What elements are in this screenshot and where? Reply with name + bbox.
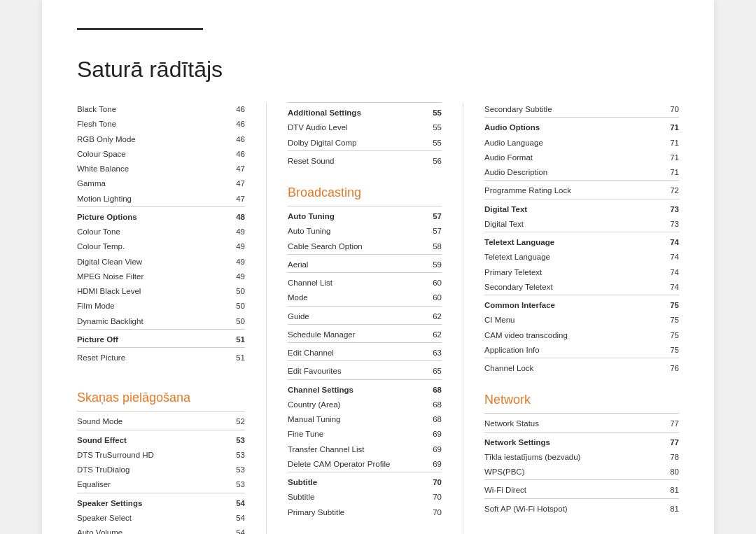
table-row: Equaliser53 bbox=[77, 477, 245, 493]
table-row: DTS TruSurround HD53 bbox=[77, 448, 245, 463]
table-row: Digital Text73 bbox=[484, 217, 679, 232]
table-row: Colour Space46 bbox=[77, 147, 245, 162]
table-row: Reset Sound56 bbox=[288, 150, 442, 169]
toc-table-col2: Additional Settings55 DTV Audio Level55 … bbox=[288, 102, 442, 169]
table-row: Audio Format71 bbox=[484, 150, 679, 165]
toc-table-sound: Sound Mode52 Sound Effect53 DTS TruSurro… bbox=[77, 411, 245, 534]
table-row: Motion Lighting47 bbox=[77, 192, 245, 207]
page: Saturā rādītājs Black Tone46 Flesh Tone4… bbox=[42, 0, 714, 534]
table-row: Guide62 bbox=[288, 306, 442, 324]
toc-table-col1: Black Tone46 Flesh Tone46 RGB Only Mode4… bbox=[77, 102, 245, 365]
table-row: Channel List60 bbox=[288, 273, 442, 291]
table-row: MPEG Noise Filter49 bbox=[77, 269, 245, 284]
table-row: WPS(PBC)80 bbox=[484, 465, 679, 480]
table-row: Manual Tuning68 bbox=[288, 412, 442, 427]
table-row: Network Settings77 bbox=[484, 432, 679, 450]
table-row: White Balance47 bbox=[77, 162, 245, 176]
table-row: Digital Text73 bbox=[484, 199, 679, 217]
table-row: HDMI Black Level50 bbox=[77, 284, 245, 299]
table-row: Dynamic Backlight50 bbox=[77, 314, 245, 330]
table-row: Auto Volume54 bbox=[77, 526, 245, 534]
table-row: CI Menu75 bbox=[484, 313, 679, 328]
broadcasting-section: Broadcasting Auto Tuning57 Auto Tuning57… bbox=[288, 185, 442, 520]
table-row: RGB Only Mode46 bbox=[77, 132, 245, 147]
table-row: Schedule Manager62 bbox=[288, 324, 442, 342]
table-row: DTV Audio Level55 bbox=[288, 120, 442, 135]
section-heading-broadcasting: Broadcasting bbox=[288, 185, 442, 200]
table-row: Dolby Digital Comp55 bbox=[288, 136, 442, 151]
table-row: Secondary Teletext74 bbox=[484, 280, 679, 295]
toc-table-network: Network Status77 Network Settings77 Tīkl… bbox=[484, 413, 679, 517]
table-row: Audio Options71 bbox=[484, 118, 679, 136]
sound-section: Skaņas pielāgošana Sound Mode52 Sound Ef… bbox=[77, 391, 245, 534]
table-row: Teletext Language74 bbox=[484, 250, 679, 265]
table-row: DTS TruDialog53 bbox=[77, 463, 245, 477]
table-row: Teletext Language74 bbox=[484, 232, 679, 251]
table-row: Subtitle70 bbox=[288, 472, 442, 491]
section-heading-network: Network bbox=[484, 393, 679, 407]
table-row: Sound Effect53 bbox=[77, 430, 245, 448]
table-row: Picture Options48 bbox=[77, 206, 245, 225]
page-title: Saturā rādītājs bbox=[77, 57, 679, 83]
table-row: Speaker Select54 bbox=[77, 511, 245, 526]
table-row: Soft AP (Wi-Fi Hotspot)81 bbox=[484, 498, 679, 517]
table-row: Black Tone46 bbox=[77, 102, 245, 117]
table-row: Mode60 bbox=[288, 290, 442, 306]
section-heading-sound: Skaņas pielāgošana bbox=[77, 391, 245, 405]
table-row: Cable Search Option58 bbox=[288, 239, 442, 255]
table-row: Edit Favourites65 bbox=[288, 361, 442, 379]
column-1: Black Tone46 Flesh Tone46 RGB Only Mode4… bbox=[77, 102, 259, 534]
table-row: Colour Tone49 bbox=[77, 225, 245, 239]
table-row: Speaker Settings54 bbox=[77, 493, 245, 511]
table-row: Country (Area)68 bbox=[288, 398, 442, 412]
table-row: Wi-Fi Direct81 bbox=[484, 480, 679, 498]
col-divider-2 bbox=[463, 102, 463, 534]
table-row: Programme Rating Lock72 bbox=[484, 181, 679, 199]
table-row: Transfer Channel List69 bbox=[288, 442, 442, 457]
table-row: Audio Description71 bbox=[484, 165, 679, 181]
table-row: Channel Settings68 bbox=[288, 379, 442, 398]
table-row: Fine Tune69 bbox=[288, 427, 442, 442]
toc-table-col3: Secondary Subtitle70 Audio Options71 Aud… bbox=[484, 102, 679, 376]
table-row: Auto Tuning57 bbox=[288, 206, 442, 225]
title-bar bbox=[77, 28, 203, 37]
table-row: Additional Settings55 bbox=[288, 103, 442, 121]
table-row: Film Mode50 bbox=[77, 299, 245, 314]
table-row: Auto Tuning57 bbox=[288, 224, 442, 239]
column-3: Secondary Subtitle70 Audio Options71 Aud… bbox=[470, 102, 679, 534]
table-row: Tīkla iestatījums (bezvadu)78 bbox=[484, 450, 679, 465]
table-row: Edit Channel63 bbox=[288, 343, 442, 361]
table-row: Reset Picture51 bbox=[77, 348, 245, 366]
network-section: Network Network Status77 Network Setting… bbox=[484, 393, 679, 517]
table-row: Secondary Subtitle70 bbox=[484, 102, 679, 118]
table-row: Flesh Tone46 bbox=[77, 117, 245, 132]
table-row: Digital Clean View49 bbox=[77, 255, 245, 269]
table-row: Primary Teletext74 bbox=[484, 265, 679, 280]
column-2: Additional Settings55 DTV Audio Level55 … bbox=[274, 102, 456, 534]
table-row: Sound Mode52 bbox=[77, 412, 245, 430]
toc-table-broadcasting: Auto Tuning57 Auto Tuning57 Cable Search… bbox=[288, 206, 442, 520]
table-row: Application Info75 bbox=[484, 343, 679, 358]
table-row: Network Status77 bbox=[484, 414, 679, 432]
table-row: Channel Lock76 bbox=[484, 358, 679, 377]
table-row: Colour Temp.49 bbox=[77, 239, 245, 254]
col-divider-1 bbox=[266, 102, 267, 534]
table-row: Subtitle70 bbox=[288, 490, 442, 505]
table-row: Audio Language71 bbox=[484, 136, 679, 150]
table-row: Primary Subtitle70 bbox=[288, 505, 442, 520]
table-row: Delete CAM Operator Profile69 bbox=[288, 457, 442, 472]
table-row: CAM video transcoding75 bbox=[484, 328, 679, 343]
table-row: Gamma47 bbox=[77, 176, 245, 191]
table-row: Picture Off51 bbox=[77, 329, 245, 347]
table-row: Common Interface75 bbox=[484, 295, 679, 314]
table-row: Aerial59 bbox=[288, 254, 442, 272]
